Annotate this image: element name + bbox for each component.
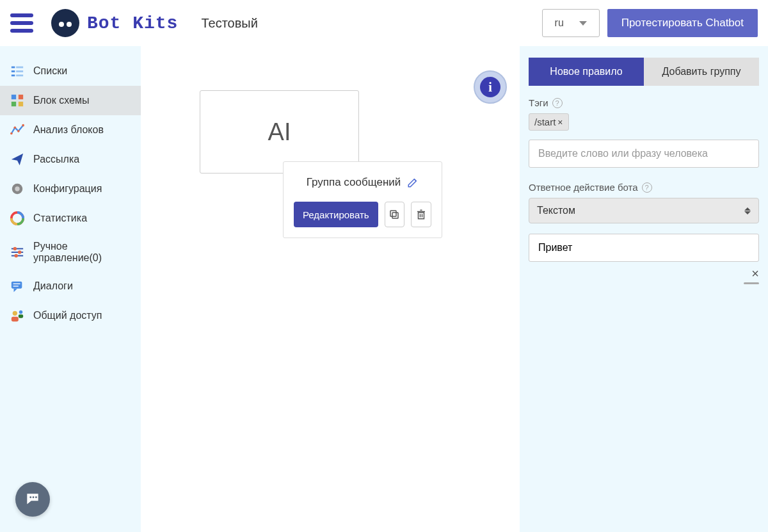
- test-chatbot-button[interactable]: Протестировать Chatbot: [607, 9, 758, 37]
- sidebar-item-share[interactable]: Общий доступ: [0, 301, 141, 330]
- svg-point-38: [33, 496, 35, 498]
- svg-rect-31: [390, 211, 396, 216]
- gear-icon: [10, 182, 24, 196]
- chevron-down-icon: [579, 21, 587, 26]
- sidebar-item-broadcast[interactable]: Рассылка: [0, 145, 141, 174]
- svg-point-12: [17, 130, 20, 133]
- svg-point-28: [19, 310, 23, 314]
- sidebar-item-label: Диалоги: [33, 280, 73, 292]
- sliders-icon: [10, 245, 24, 259]
- sidebar-item-lists[interactable]: Списки: [0, 56, 141, 86]
- svg-rect-7: [19, 95, 23, 99]
- tags-label-row: Тэги ?: [529, 97, 759, 108]
- group-title: Группа сообщений: [307, 176, 401, 189]
- sidebar-item-label: Списки: [33, 65, 67, 77]
- svg-rect-4: [12, 75, 15, 77]
- language-select[interactable]: ru: [542, 9, 600, 37]
- svg-point-10: [10, 133, 13, 135]
- copy-button[interactable]: [385, 202, 405, 227]
- tab-add-group[interactable]: Добавить группу: [644, 58, 759, 86]
- svg-point-18: [13, 247, 17, 251]
- tag-remove-icon[interactable]: ×: [557, 117, 563, 127]
- list-icon: [10, 64, 24, 78]
- chat-fab[interactable]: [15, 482, 50, 517]
- action-value: Текстом: [537, 205, 575, 216]
- svg-rect-32: [419, 213, 424, 219]
- svg-rect-3: [16, 70, 23, 72]
- svg-rect-23: [12, 282, 22, 289]
- delete-button[interactable]: [411, 202, 431, 227]
- blocks-icon: [10, 93, 24, 108]
- svg-rect-8: [12, 102, 16, 106]
- action-label: Ответное действие бота: [529, 182, 638, 193]
- sidebar: Списки Блок схемы Анализ блоков Рассылка…: [0, 46, 141, 532]
- tag-text: /start: [534, 117, 556, 127]
- info-icon: i: [480, 77, 500, 97]
- sidebar-item-manual[interactable]: Ручное управление(0): [0, 233, 141, 271]
- svg-point-37: [29, 496, 31, 498]
- trash-icon: [415, 209, 427, 220]
- sidebar-item-dialogs[interactable]: Диалоги: [0, 271, 141, 301]
- svg-point-20: [18, 250, 21, 254]
- panel-tabs: Новое правило Добавить группу: [529, 58, 759, 86]
- share-icon: [10, 309, 24, 323]
- reply-input[interactable]: [529, 234, 759, 262]
- copy-icon: [388, 209, 400, 220]
- select-arrows-icon: [744, 207, 751, 214]
- close-icon[interactable]: ×: [751, 267, 759, 280]
- dialog-icon: [10, 279, 24, 293]
- phrase-input[interactable]: [529, 140, 759, 168]
- help-icon[interactable]: ?: [642, 182, 652, 193]
- edit-title-icon[interactable]: [407, 177, 419, 188]
- svg-point-22: [14, 254, 18, 258]
- svg-rect-1: [16, 67, 23, 69]
- svg-rect-30: [392, 213, 398, 218]
- send-icon: [10, 152, 24, 166]
- header: Bot Kits Тестовый ru Протестировать Chat…: [0, 0, 768, 46]
- sidebar-item-label: Ручное управление(0): [33, 241, 131, 264]
- chat-icon: [24, 491, 41, 508]
- language-value: ru: [555, 17, 564, 29]
- help-icon[interactable]: ?: [552, 98, 563, 108]
- action-label-row: Ответное действие бота ?: [529, 182, 759, 193]
- action-select[interactable]: Текстом: [529, 198, 759, 223]
- sidebar-item-block-schemes[interactable]: Блок схемы: [0, 86, 141, 115]
- info-button[interactable]: i: [474, 70, 507, 104]
- sidebar-item-analysis[interactable]: Анализ блоков: [0, 115, 141, 145]
- svg-point-13: [22, 124, 24, 127]
- logo-icon: [51, 9, 79, 37]
- chart-icon: [10, 211, 24, 225]
- sidebar-item-label: Рассылка: [33, 154, 79, 165]
- svg-rect-6: [12, 95, 16, 99]
- message-group-card[interactable]: Группа сообщений Редактировать: [283, 161, 442, 238]
- sidebar-item-config[interactable]: Конфигурация: [0, 174, 141, 204]
- svg-rect-2: [12, 70, 15, 72]
- svg-rect-0: [12, 67, 15, 69]
- tags-label: Тэги: [529, 97, 548, 108]
- svg-point-26: [13, 311, 17, 316]
- sidebar-item-label: Анализ блоков: [33, 124, 104, 136]
- svg-point-11: [14, 127, 17, 129]
- menu-hamburger[interactable]: [10, 13, 33, 33]
- svg-rect-29: [19, 314, 23, 318]
- tab-new-rule[interactable]: Новое правило: [529, 58, 644, 86]
- svg-rect-27: [12, 317, 19, 321]
- sidebar-item-label: Статистика: [33, 213, 87, 224]
- ai-block-label: AI: [268, 118, 291, 146]
- edit-button[interactable]: Редактировать: [294, 202, 378, 227]
- analysis-icon: [10, 123, 24, 137]
- sidebar-item-stats[interactable]: Статистика: [0, 204, 141, 233]
- drag-handle-icon[interactable]: [744, 282, 759, 284]
- sidebar-item-label: Конфигурация: [33, 183, 102, 195]
- svg-rect-9: [19, 102, 23, 106]
- sidebar-item-label: Общий доступ: [33, 310, 102, 321]
- svg-point-15: [15, 186, 19, 191]
- tag-chip[interactable]: /start ×: [529, 113, 569, 131]
- brand-logo[interactable]: Bot Kits: [51, 9, 178, 37]
- svg-rect-5: [16, 75, 23, 77]
- canvas[interactable]: i AI Группа сообщений Редактировать: [141, 46, 520, 532]
- svg-point-39: [35, 496, 37, 498]
- right-panel: Новое правило Добавить группу Тэги ? /st…: [520, 46, 768, 532]
- page-title: Тестовый: [201, 16, 257, 31]
- brand-name: Bot Kits: [87, 13, 178, 33]
